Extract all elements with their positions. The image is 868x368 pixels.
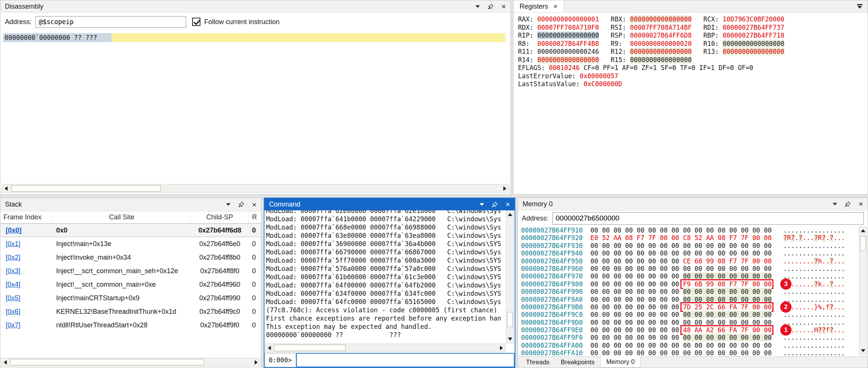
stack-row: [0x1]Inject!main+0x13e0x27b64ff6e00 bbox=[0, 237, 261, 251]
frame-index-link[interactable]: [0x0] bbox=[6, 227, 21, 234]
register-value: 00000027B64FF710 bbox=[723, 32, 784, 39]
tab-breakpoints[interactable]: Breakpoints bbox=[555, 357, 600, 368]
register-rdx: RDX: 00007FF708A710F0 bbox=[518, 24, 611, 32]
frame-index-link[interactable]: [0x5] bbox=[6, 294, 20, 302]
hex-bytes-8-15: CE 68 99 08 F7 7F 00 00 bbox=[683, 257, 772, 265]
command-output-line: ModLoad: 00007ffa`64f00000 00007ffa`64fb… bbox=[266, 281, 506, 289]
scrollbar-thumb[interactable] bbox=[507, 312, 513, 327]
pin-icon[interactable] bbox=[845, 201, 851, 207]
close-icon[interactable]: × bbox=[252, 201, 257, 208]
command-output-line: (77c8.768c): Access violation - code c00… bbox=[266, 306, 506, 314]
close-icon[interactable]: × bbox=[859, 200, 863, 208]
stack-hscrollbar[interactable] bbox=[1, 358, 260, 366]
memory-vscrollbar[interactable] bbox=[859, 227, 867, 355]
stack-panel: Stack × Frame Index Call Site Child-SP R… bbox=[0, 198, 261, 368]
hex-bytes-0-7: 00 00 00 00 00 00 00 00 bbox=[590, 272, 679, 280]
memory-address: 00000027B64FF950 bbox=[521, 257, 583, 265]
register-value: 00007FF708A710F0 bbox=[537, 24, 599, 31]
column-header-call-site[interactable]: Call Site bbox=[53, 211, 191, 223]
scroll-left-icon[interactable] bbox=[5, 186, 8, 191]
disassembly-hscrollbar[interactable] bbox=[2, 184, 509, 193]
panel-menu-icon[interactable] bbox=[226, 203, 231, 206]
scroll-right-icon[interactable] bbox=[255, 360, 258, 365]
scrollbar-thumb[interactable] bbox=[274, 345, 345, 351]
memory-row: 00000027B64FF950 00 00 00 00 00 00 00 00… bbox=[521, 257, 858, 265]
panel-menu-icon[interactable] bbox=[833, 203, 837, 205]
pin-icon[interactable] bbox=[238, 201, 245, 208]
memory-row: 00000027B64FF980 00 00 00 00 00 00 00 00… bbox=[521, 280, 858, 288]
scroll-down-icon[interactable] bbox=[861, 349, 865, 352]
scroll-left-icon[interactable] bbox=[4, 360, 7, 365]
tab-threads[interactable]: Threads bbox=[520, 357, 555, 368]
frame-index-link[interactable]: [0x3] bbox=[6, 267, 20, 275]
frame-index-link[interactable]: [0x4] bbox=[6, 281, 20, 288]
scrollbar-thumb[interactable] bbox=[11, 185, 160, 192]
close-icon[interactable]: × bbox=[506, 201, 510, 208]
hex-bytes-8-15: 00 00 00 00 00 00 00 00 bbox=[683, 334, 772, 341]
command-vscrollbar[interactable] bbox=[506, 210, 514, 343]
register-rsi: RSI: 00007FF708A714BF bbox=[611, 24, 703, 32]
command-output-line: ModLoad: 00007ffa`5ff70000 00007ffa`600a… bbox=[266, 256, 506, 265]
pin-icon[interactable] bbox=[492, 201, 498, 208]
frame-index-link[interactable]: [0x2] bbox=[6, 254, 20, 261]
frame-index-link[interactable]: [0x7] bbox=[6, 321, 20, 329]
memory-address: 00000027B64FF9E0 bbox=[521, 326, 583, 334]
ascii-column: ................ bbox=[783, 272, 845, 280]
register-line: RAX: 0000000000000001RBX: 00000000000000… bbox=[518, 15, 868, 24]
register-rax: RAX: 0000000000000001 bbox=[518, 15, 611, 24]
tab-memory-0[interactable]: Memory 0 bbox=[600, 356, 641, 368]
tab-registers[interactable]: Registers × bbox=[513, 0, 564, 12]
current-instruction-line[interactable]: 00000000`00000000 ?? ??? bbox=[3, 33, 506, 42]
pin-icon[interactable] bbox=[487, 3, 494, 10]
register-value: 0000000000000000 bbox=[630, 15, 692, 23]
close-icon[interactable]: × bbox=[501, 3, 506, 10]
register-rip: RIP: 0000000000000000 bbox=[518, 32, 611, 40]
panel-menu-icon[interactable] bbox=[480, 203, 484, 206]
command-panel: Command × ModLoad: 00007ffa`62e00000 000… bbox=[264, 198, 515, 368]
command-output-line: 00000000`00000000 ?? ??? bbox=[266, 331, 506, 339]
frame-index-link[interactable]: [0x1] bbox=[6, 240, 20, 248]
register-r9: R9: 0000000000000020 bbox=[611, 40, 703, 48]
command-hscrollbar[interactable] bbox=[265, 344, 506, 352]
memory-address-row: Address: bbox=[518, 210, 868, 226]
dock-menu-icon[interactable] bbox=[857, 4, 862, 9]
command-input[interactable] bbox=[296, 353, 515, 367]
hex-bytes-8-15: 00 00 00 00 00 00 00 00 bbox=[683, 242, 772, 249]
close-icon[interactable]: × bbox=[553, 3, 558, 10]
command-title: Command bbox=[269, 201, 300, 208]
disassembly-titlebar: Disassembly × bbox=[0, 0, 510, 13]
scroll-up-icon[interactable] bbox=[508, 213, 512, 216]
return-address-clipped: 0 bbox=[249, 254, 262, 262]
hex-bytes-8-15: 00 00 00 00 00 00 00 00 bbox=[683, 265, 772, 272]
scroll-left-icon[interactable] bbox=[268, 346, 271, 350]
memory-address: 00000027B64FF9F0 bbox=[521, 334, 583, 341]
stack-row: [0x5]Inject!mainCRTStartup+0x90x27b64ff9… bbox=[0, 291, 261, 305]
column-header-return[interactable]: R bbox=[249, 211, 262, 223]
scrollbar-thumb[interactable] bbox=[10, 359, 204, 365]
memory-address: 00000027B64FF990 bbox=[521, 288, 583, 295]
column-header-child-sp[interactable]: Child-SP bbox=[191, 211, 249, 223]
register-r13: R13: 0000000000000000 bbox=[703, 48, 796, 56]
register-value: 0000000000000000 bbox=[630, 48, 692, 55]
call-site: KERNEL32!BaseThreadInitThunk+0x1d bbox=[53, 308, 191, 316]
scroll-up-icon[interactable] bbox=[861, 229, 865, 232]
memory-row: 00000027B64FF9B0 00 00 00 00 00 00 00 00… bbox=[521, 303, 858, 311]
frame-index-link[interactable]: [0x6] bbox=[6, 308, 20, 315]
scrollbar-thumb[interactable] bbox=[860, 236, 866, 251]
child-sp: 0x27b64ff9f0 bbox=[191, 321, 249, 329]
panel-menu-icon[interactable] bbox=[475, 5, 480, 8]
register-value: 0000000000000001 bbox=[537, 15, 599, 23]
stack-row: [0x4]Inject!__scrt_common_main+0xe0x27b6… bbox=[0, 278, 261, 291]
column-header-frame-index[interactable]: Frame Index bbox=[0, 211, 53, 223]
memory-address-input[interactable] bbox=[552, 212, 864, 225]
child-sp: 0x27b64ff9c0 bbox=[191, 308, 249, 316]
ascii-column: ................ bbox=[783, 319, 845, 326]
disassembly-address-input[interactable] bbox=[35, 16, 186, 28]
hex-bytes-0-7: 00 00 00 00 00 00 00 00 bbox=[590, 280, 679, 288]
follow-instruction-checkbox[interactable] bbox=[192, 18, 200, 26]
scroll-down-icon[interactable] bbox=[508, 338, 512, 341]
registers-panel: Registers × RAX: 0000000000000001RBX: 00… bbox=[513, 0, 868, 195]
scroll-right-icon[interactable] bbox=[503, 186, 506, 191]
current-line-highlight bbox=[112, 33, 506, 42]
scroll-right-icon[interactable] bbox=[500, 346, 503, 350]
